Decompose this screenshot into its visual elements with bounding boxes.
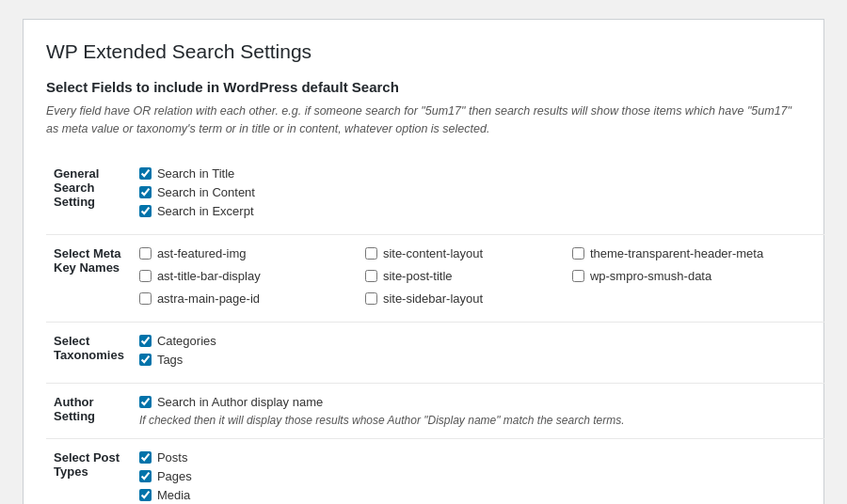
page-title: WP Extended Search Settings bbox=[46, 39, 801, 64]
meta-theme-transparent-label: theme-transparent-header-meta bbox=[590, 246, 763, 260]
meta-key-controls: ast-featured-img site-content-layout the… bbox=[132, 234, 824, 322]
general-search-label: General Search Setting bbox=[46, 155, 132, 235]
meta-site-post-title-checkbox[interactable] bbox=[365, 270, 377, 282]
pt-pages-row: Pages bbox=[139, 469, 817, 483]
meta-site-sidebar-row: site-sidebar-layout bbox=[365, 291, 553, 306]
meta-ast-title-bar-row: ast-title-bar-display bbox=[139, 269, 346, 283]
section-title: Select Fields to include in WordPress de… bbox=[46, 79, 801, 95]
tax-categories-row: Categories bbox=[139, 334, 817, 348]
settings-page: WP Extended Search Settings Select Field… bbox=[23, 19, 824, 504]
pt-posts-row: Posts bbox=[139, 450, 817, 465]
meta-ast-featured-img-row: ast-featured-img bbox=[139, 246, 346, 260]
meta-key-row: Select Meta Key Names ast-featured-img s… bbox=[46, 234, 824, 322]
author-display-name-label: Search in Author display name bbox=[157, 395, 323, 409]
meta-key-label: Select Meta Key Names bbox=[46, 234, 132, 322]
author-controls: Search in Author display name If checked… bbox=[132, 383, 824, 438]
post-types-label: Select Post Types bbox=[46, 438, 132, 504]
tax-tags-label: Tags bbox=[157, 353, 183, 367]
pt-posts-checkbox[interactable] bbox=[139, 451, 152, 464]
meta-site-sidebar-label: site-sidebar-layout bbox=[383, 291, 483, 306]
general-search-row: General Search Setting Search in Title S… bbox=[46, 155, 824, 235]
taxonomies-label: Select Taxonomies bbox=[46, 322, 132, 383]
taxonomies-controls: Categories Tags bbox=[132, 322, 824, 383]
search-excerpt-label: Search in Excerpt bbox=[157, 204, 254, 218]
meta-site-sidebar-checkbox[interactable] bbox=[365, 292, 377, 305]
pt-media-label: Media bbox=[157, 488, 190, 502]
pt-media-checkbox[interactable] bbox=[139, 489, 152, 501]
author-hint: If checked then it will display those re… bbox=[139, 414, 817, 427]
meta-ast-featured-img-checkbox[interactable] bbox=[139, 247, 152, 260]
general-search-controls: Search in Title Search in Content Search… bbox=[132, 155, 824, 235]
meta-astra-main-checkbox[interactable] bbox=[139, 292, 152, 305]
meta-astra-main-label: astra-main-page-id bbox=[157, 291, 260, 306]
tax-tags-checkbox[interactable] bbox=[139, 354, 152, 366]
meta-ast-title-bar-checkbox[interactable] bbox=[139, 270, 152, 282]
search-excerpt-row: Search in Excerpt bbox=[139, 204, 817, 218]
meta-site-content-layout-checkbox[interactable] bbox=[365, 247, 377, 260]
post-types-row: Select Post Types Posts Pages Media bbox=[46, 438, 824, 504]
tax-categories-label: Categories bbox=[157, 334, 216, 348]
meta-site-post-title-label: site-post-title bbox=[383, 269, 453, 283]
meta-astra-main-row: astra-main-page-id bbox=[139, 291, 346, 306]
tax-tags-row: Tags bbox=[139, 353, 817, 367]
pt-pages-label: Pages bbox=[157, 469, 192, 483]
meta-ast-title-bar-label: ast-title-bar-display bbox=[157, 269, 261, 283]
meta-site-post-title-row: site-post-title bbox=[365, 269, 553, 283]
meta-ast-featured-img-label: ast-featured-img bbox=[157, 246, 247, 260]
author-display-name-row: Search in Author display name bbox=[139, 395, 817, 409]
settings-table: General Search Setting Search in Title S… bbox=[46, 155, 824, 504]
meta-site-content-layout-row: site-content-layout bbox=[365, 246, 553, 260]
search-content-label: Search in Content bbox=[157, 185, 255, 199]
pt-posts-label: Posts bbox=[157, 450, 188, 465]
meta-site-content-layout-label: site-content-layout bbox=[383, 246, 483, 260]
search-title-label: Search in Title bbox=[157, 166, 234, 181]
search-title-row: Search in Title bbox=[139, 166, 817, 181]
meta-theme-transparent-row: theme-transparent-header-meta bbox=[572, 246, 817, 260]
search-excerpt-checkbox[interactable] bbox=[139, 205, 152, 217]
meta-wp-smpro-label: wp-smpro-smush-data bbox=[590, 269, 711, 283]
meta-key-grid: ast-featured-img site-content-layout the… bbox=[139, 246, 817, 310]
tax-categories-checkbox[interactable] bbox=[139, 335, 152, 347]
taxonomies-row: Select Taxonomies Categories Tags bbox=[46, 322, 824, 383]
meta-wp-smpro-checkbox[interactable] bbox=[572, 270, 584, 282]
post-types-controls: Posts Pages Media bbox=[132, 438, 824, 504]
meta-wp-smpro-row: wp-smpro-smush-data bbox=[572, 269, 817, 283]
search-content-row: Search in Content bbox=[139, 185, 817, 199]
author-label: Author Setting bbox=[46, 383, 132, 438]
pt-media-row: Media bbox=[139, 488, 817, 502]
search-title-checkbox[interactable] bbox=[139, 167, 152, 180]
author-row: Author Setting Search in Author display … bbox=[46, 383, 824, 438]
pt-pages-checkbox[interactable] bbox=[139, 470, 152, 482]
meta-theme-transparent-checkbox[interactable] bbox=[572, 247, 584, 260]
section-desc: Every field have OR relation with each o… bbox=[46, 102, 801, 138]
search-content-checkbox[interactable] bbox=[139, 186, 152, 198]
author-display-name-checkbox[interactable] bbox=[139, 396, 152, 408]
